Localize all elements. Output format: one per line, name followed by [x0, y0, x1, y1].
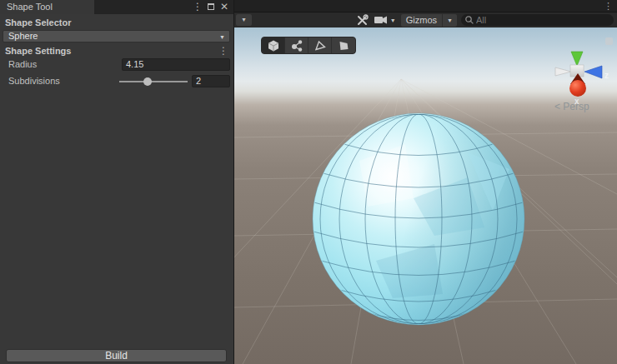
- gizmos-dropdown-icon[interactable]: ▼: [442, 14, 457, 27]
- nodes-icon: [290, 39, 303, 52]
- draw-mode-dropdown[interactable]: ▼: [236, 14, 252, 26]
- scene-toolbar: ▼ ▼ Gizmos ▼: [234, 12, 617, 27]
- tools-wrench-icon[interactable]: [356, 14, 369, 27]
- tab-shape-tool[interactable]: Shape Tool: [0, 0, 94, 14]
- unity-editor-window: Shape Tool ⋮ ✕ Shape Selector Sphere ▼ S…: [0, 0, 617, 364]
- subdivisions-slider-handle[interactable]: [143, 77, 152, 86]
- shape-settings-kebab-icon[interactable]: ⋮: [218, 45, 228, 57]
- shape-polytriangle-tool-button[interactable]: [308, 37, 332, 53]
- cube-icon: [267, 39, 280, 52]
- scene-tab-bar: ⋮: [234, 0, 617, 12]
- scene-view: ⋮ ▼ ▼ Gizmos ▼: [234, 0, 617, 364]
- shape-tool-titlebar: Shape Tool ⋮ ✕: [0, 0, 233, 14]
- radius-field[interactable]: 4.15: [122, 58, 230, 71]
- build-button[interactable]: Build: [6, 349, 227, 362]
- shape-polygon-tool-button[interactable]: [332, 37, 355, 53]
- search-icon: [464, 15, 474, 25]
- axis-z-label: z: [604, 71, 609, 80]
- shape-dropdown[interactable]: Sphere ▼: [3, 30, 230, 42]
- shape-tool-panel: Shape Tool ⋮ ✕ Shape Selector Sphere ▼ S…: [0, 0, 234, 364]
- gizmos-label: Gizmos: [401, 14, 442, 27]
- scene-viewport[interactable]: z x < Persp: [234, 27, 617, 364]
- camera-dropdown-icon: ▼: [390, 17, 396, 23]
- chevron-down-icon: ▼: [219, 32, 225, 42]
- subdivisions-label: Subdivisions: [8, 76, 60, 86]
- axis-x-ball[interactable]: [569, 80, 586, 97]
- search-input[interactable]: [476, 14, 608, 26]
- shape-selector-header: Shape Selector: [5, 17, 71, 27]
- shape-nodes-tool-button[interactable]: [285, 37, 308, 53]
- scene-search: [461, 14, 614, 26]
- gizmos-button[interactable]: Gizmos ▼: [401, 14, 457, 27]
- triangle-outline-icon: [314, 39, 327, 52]
- close-icon[interactable]: ✕: [218, 0, 230, 14]
- scene-camera-icon[interactable]: ▼: [374, 15, 396, 25]
- sphere-object[interactable]: [313, 113, 524, 325]
- filled-polygon-icon: [337, 39, 350, 52]
- scene-light-icon: [605, 37, 613, 45]
- shape-dropdown-value: Sphere: [8, 31, 38, 41]
- shape-overlay-toolbar: [261, 37, 356, 54]
- projection-toggle[interactable]: < Persp: [554, 101, 589, 112]
- shape-cube-tool-button[interactable]: [262, 37, 285, 53]
- shape-settings-header: Shape Settings: [5, 46, 71, 56]
- maximize-icon[interactable]: [205, 0, 217, 14]
- subdivisions-slider[interactable]: [119, 81, 188, 82]
- radius-label: Radius: [8, 59, 37, 69]
- panel-menu-kebab-icon[interactable]: ⋮: [192, 0, 203, 14]
- subdivisions-field[interactable]: 2: [192, 75, 230, 87]
- scene-menu-kebab-icon[interactable]: ⋮: [604, 1, 613, 12]
